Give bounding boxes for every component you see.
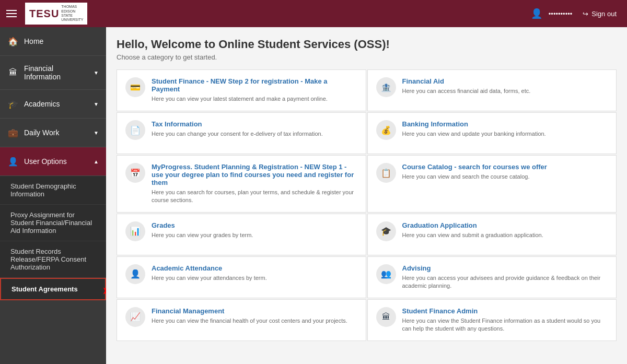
card-grades[interactable]: 📊 Grades Here you can view your grades b…: [117, 214, 366, 255]
card-title-course-catalog: Course Catalog - search for courses we o…: [402, 163, 608, 171]
card-desc-myprogress: Here you can search for courses, plan yo…: [152, 189, 357, 205]
card-academic-attendance[interactable]: 👤 Academic Attendance Here you can view …: [117, 256, 366, 298]
user-name-display: ••••••••••: [549, 10, 573, 18]
signout-arrow-icon: ↪: [583, 10, 588, 18]
sidebar-item-daily-work[interactable]: 💼 Daily Work ▼: [0, 119, 106, 147]
card-title-tax-info: Tax Information: [152, 120, 357, 128]
card-title-financial-aid: Financial Aid: [402, 77, 608, 85]
card-content-student-finance: Student Finance - NEW Step 2 for registr…: [152, 77, 357, 103]
daily-work-icon: 💼: [7, 127, 19, 138]
card-title-academic-attendance: Academic Attendance: [152, 264, 357, 272]
logo-container: TESU THOMASEDISONSTATEUNIVERSITY: [25, 3, 87, 25]
user-options-submenu: Student Demographic Information Proxy As…: [0, 176, 106, 300]
header: TESU THOMASEDISONSTATEUNIVERSITY 👤 •••••…: [0, 0, 627, 27]
card-content-academic-attendance: Academic Attendance Here you can view yo…: [152, 264, 357, 282]
student-agreements-label: Student Agreements: [11, 285, 78, 293]
card-student-finance[interactable]: 💳 Student Finance - NEW Step 2 for regis…: [117, 69, 366, 111]
sidebar-submenu-item-proxy-assignment[interactable]: Proxy Assignment for Student Financial/F…: [0, 205, 106, 241]
signout-button[interactable]: ↪ Sign out: [578, 8, 621, 20]
advising-icon: 👥: [376, 264, 396, 284]
card-title-advising: Advising: [402, 264, 608, 272]
card-content-student-finance-admin: Student Finance Admin Here you can view …: [402, 307, 608, 333]
card-desc-academic-attendance: Here you can view your attendances by te…: [152, 274, 357, 282]
hamburger-menu-icon[interactable]: [6, 10, 17, 17]
card-title-financial-mgmt: Financial Management: [152, 307, 357, 315]
content-area: Hello, Welcome to Online Student Service…: [106, 27, 627, 364]
card-desc-tax-info: Here you can change your consent for e-d…: [152, 130, 357, 138]
financial-mgmt-icon: 📈: [125, 307, 145, 327]
sidebar-item-financial-information[interactable]: 🏛 Financial Information ▼: [0, 56, 106, 90]
card-desc-financial-aid: Here you can access financial aid data, …: [402, 87, 608, 95]
card-myprogress[interactable]: 📅 MyProgress. Student Planning & Registr…: [117, 155, 366, 213]
chevron-down-icon-academics: ▼: [94, 101, 99, 107]
logo-box: TESU THOMASEDISONSTATEUNIVERSITY: [25, 3, 87, 25]
banking-info-icon: 💰: [376, 120, 396, 140]
financial-aid-icon: 🏦: [376, 77, 396, 97]
student-finance-icon: 💳: [125, 77, 145, 97]
card-content-financial-mgmt: Financial Management Here you can view t…: [152, 307, 357, 325]
header-left: TESU THOMASEDISONSTATEUNIVERSITY: [6, 3, 87, 25]
student-finance-admin-icon: 🏛: [376, 307, 396, 327]
card-content-myprogress: MyProgress. Student Planning & Registrat…: [152, 163, 357, 205]
card-desc-student-finance: Here you can view your latest statement …: [152, 95, 357, 103]
academic-attendance-icon: 👤: [125, 264, 145, 284]
course-catalog-icon: 📋: [376, 163, 396, 183]
card-course-catalog[interactable]: 📋 Course Catalog - search for courses we…: [367, 155, 617, 213]
card-content-financial-aid: Financial Aid Here you can access financ…: [402, 77, 608, 95]
card-desc-banking-info: Here you can view and update your bankin…: [402, 130, 608, 138]
card-banking-info[interactable]: 💰 Banking Information Here you can view …: [367, 112, 617, 154]
card-desc-course-catalog: Here you can view and search the course …: [402, 173, 608, 181]
user-options-icon: 👤: [7, 156, 19, 167]
home-icon: 🏠: [7, 36, 19, 47]
card-graduation-app[interactable]: 🎓 Graduation Application Here you can vi…: [367, 214, 617, 255]
signout-label: Sign out: [591, 10, 617, 18]
red-arrow-indicator: ➤: [102, 285, 106, 297]
card-student-finance-admin[interactable]: 🏛 Student Finance Admin Here you can vie…: [367, 299, 617, 341]
card-content-advising: Advising Here you can access your advise…: [402, 264, 608, 290]
header-right: 👤 •••••••••• ↪ Sign out: [531, 8, 621, 20]
card-desc-grades: Here you can view your grades by term.: [152, 231, 357, 239]
grades-icon: 📊: [125, 221, 145, 241]
main-container: 🏠 Home 🏛 Financial Information ▼ 🎓 Acade…: [0, 27, 627, 364]
card-content-course-catalog: Course Catalog - search for courses we o…: [402, 163, 608, 181]
card-title-banking-info: Banking Information: [402, 120, 608, 128]
sidebar-label-daily-work: Daily Work: [24, 128, 88, 137]
cards-grid: 💳 Student Finance - NEW Step 2 for regis…: [117, 69, 617, 341]
sidebar-label-user-options: User Options: [24, 157, 88, 166]
welcome-title: Hello, Welcome to Online Student Service…: [117, 38, 617, 51]
academics-icon: 🎓: [7, 98, 19, 110]
sidebar-submenu-item-student-records[interactable]: Student Records Release/FERPA Consent Au…: [0, 241, 106, 278]
card-content-banking-info: Banking Information Here you can view an…: [402, 120, 608, 138]
sidebar-item-user-options[interactable]: 👤 User Options ▲: [0, 147, 106, 176]
chevron-up-icon-user-options: ▲: [94, 159, 99, 165]
sidebar-submenu-item-student-agreements[interactable]: Student Agreements ➤: [0, 278, 106, 300]
card-desc-graduation-app: Here you can view and submit a graduatio…: [402, 231, 608, 239]
logo-subtext: THOMASEDISONSTATEUNIVERSITY: [61, 5, 83, 22]
card-title-graduation-app: Graduation Application: [402, 221, 608, 229]
sidebar-label-home: Home: [24, 37, 99, 45]
card-financial-aid[interactable]: 🏦 Financial Aid Here you can access fina…: [367, 69, 617, 111]
card-tax-info[interactable]: 📄 Tax Information Here you can change yo…: [117, 112, 366, 154]
sidebar-label-financial: Financial Information: [24, 64, 88, 81]
sidebar-item-home[interactable]: 🏠 Home: [0, 27, 106, 56]
card-desc-advising: Here you can access your advisees and pr…: [402, 274, 608, 290]
chevron-down-icon-daily-work: ▼: [94, 130, 99, 136]
sidebar-item-academics[interactable]: 🎓 Academics ▼: [0, 90, 106, 119]
card-content-grades: Grades Here you can view your grades by …: [152, 221, 357, 239]
card-financial-mgmt[interactable]: 📈 Financial Management Here you can view…: [117, 299, 366, 341]
welcome-subtitle: Choose a category to get started.: [117, 53, 617, 61]
tax-info-icon: 📄: [125, 120, 145, 140]
card-advising[interactable]: 👥 Advising Here you can access your advi…: [367, 256, 617, 298]
card-content-graduation-app: Graduation Application Here you can view…: [402, 221, 608, 239]
card-title-student-finance-admin: Student Finance Admin: [402, 307, 608, 315]
myprogress-icon: 📅: [125, 163, 145, 183]
sidebar-submenu-item-student-demographic[interactable]: Student Demographic Information: [0, 176, 106, 205]
sidebar: 🏠 Home 🏛 Financial Information ▼ 🎓 Acade…: [0, 27, 106, 364]
chevron-down-icon: ▼: [94, 70, 99, 76]
sidebar-label-academics: Academics: [24, 100, 88, 108]
card-title-myprogress: MyProgress. Student Planning & Registrat…: [152, 163, 357, 186]
graduation-app-icon: 🎓: [376, 221, 396, 241]
card-content-tax-info: Tax Information Here you can change your…: [152, 120, 357, 138]
card-title-grades: Grades: [152, 221, 357, 229]
user-icon: 👤: [531, 8, 542, 19]
